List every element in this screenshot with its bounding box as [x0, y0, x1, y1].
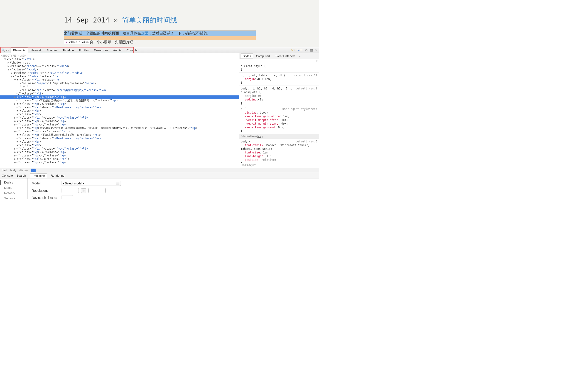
- tab-audits[interactable]: Audits: [111, 48, 124, 53]
- dom-line[interactable]: " » ": [0, 85, 239, 89]
- warning-badge[interactable]: ⚠2: [290, 48, 295, 52]
- styles-pane: Styles Computed Event Listeners » +⁞⁝ el…: [239, 53, 319, 168]
- dom-line[interactable]: ▶<">class="">p>…</">class="">p>: [0, 119, 239, 123]
- tab-profiles[interactable]: Profiles: [76, 48, 91, 53]
- p1-text-after: ，然后自己试了一下，确实挺不错的。: [148, 31, 211, 35]
- dom-line[interactable]: ▶<">class="">li ">class="">…</">class=""…: [0, 147, 239, 150]
- dom-line[interactable]: ▶<">class="">p>…</">class="">p>: [0, 95, 239, 99]
- drawer-tab-rendering[interactable]: Rendering: [51, 174, 65, 177]
- dom-line[interactable]: ▶<">class="">li ">class="">…</">class=""…: [0, 116, 239, 119]
- resolution-label: Resolution:: [32, 189, 59, 192]
- new-rule-icon[interactable]: +: [312, 60, 314, 63]
- styles-tab-listeners[interactable]: Event Listeners: [272, 53, 298, 59]
- dom-line[interactable]: <">class="">a ">href="">Read more...</">…: [0, 106, 239, 109]
- dom-line[interactable]: <">class="">br>: [0, 109, 239, 113]
- dom-line[interactable]: <!DOCTYPE html>: [0, 54, 239, 58]
- emu-side-network[interactable]: Network: [0, 190, 27, 196]
- styles-tab-computed[interactable]: Computed: [253, 53, 272, 59]
- inherited-header: Inherited from body: [239, 134, 319, 139]
- dom-line[interactable]: ▶<">class="">ol>…</">class="">ol>: [0, 130, 239, 133]
- breadcrumb: html body div.box p: [0, 168, 319, 173]
- dom-line[interactable]: <">class="">p>下面是自己做的一个小展示，先看图片吧: </">cl…: [0, 99, 239, 102]
- dom-line[interactable]: ▶<">class="">p>…</">class="">p>: [0, 150, 239, 154]
- dom-line[interactable]: ▶<">class="">p>…</">class="">p>: [0, 161, 239, 164]
- margin-overlay-bottom: [64, 36, 256, 40]
- drawer-tab-emulation[interactable]: Emulation: [30, 173, 47, 178]
- dom-line[interactable]: <">class="">br>: [0, 113, 239, 116]
- tab-console[interactable]: Console: [124, 48, 140, 53]
- bc-p[interactable]: p: [31, 169, 36, 172]
- rule-element-style[interactable]: element.style { }: [239, 63, 319, 73]
- dom-line[interactable]: ▶<">class="">ol>…</">class="">ol>: [0, 157, 239, 161]
- dom-line[interactable]: ▼<">class="">html>: [0, 58, 239, 61]
- toggle-state-icon[interactable]: ⁞⁝: [316, 60, 318, 63]
- dom-line[interactable]: ▼<">class="">div ">class="">: [0, 75, 239, 78]
- dom-line[interactable]: <">class="">br>: [0, 140, 239, 144]
- emu-side-sensors[interactable]: Sensors: [0, 196, 27, 199]
- rule-source[interactable]: default.css:6: [296, 140, 317, 143]
- dom-line[interactable]: <">class="">a ">href="">Read more...</">…: [0, 137, 239, 140]
- emu-side-device[interactable]: Device: [0, 180, 27, 185]
- drawer-tab-search[interactable]: Search: [17, 174, 26, 177]
- dom-line[interactable]: <">class="">a ">href="">简单美丽的时间线</">clas…: [0, 89, 239, 92]
- model-select[interactable]: <Select model>: [61, 181, 121, 186]
- rule-source[interactable]: default.css:1: [296, 87, 317, 90]
- dom-line[interactable]: <">class="">span>14 Sep 2014</">class=""…: [0, 82, 239, 85]
- close-icon[interactable]: ✕: [315, 48, 318, 52]
- bc-div-box[interactable]: div.box: [19, 169, 28, 172]
- dom-line[interactable]: ▼<">class="">li ">class="">: [0, 78, 239, 82]
- separator: »: [114, 16, 118, 24]
- more-tabs-icon[interactable]: »: [299, 54, 300, 58]
- devtools: 🔍 ▭ Elements Network Sources Timeline Pr…: [0, 47, 319, 199]
- css-rule[interactable]: default.css:21p, ul, ol, table, pre, dl …: [239, 73, 319, 86]
- drawer-tabs: Console Search Emulation Rendering: [0, 173, 319, 178]
- css-rule[interactable]: default.css:6body {font-family: Monaco, …: [239, 139, 319, 163]
- tooltip-times: ×: [77, 40, 82, 43]
- dom-line[interactable]: ▶<">class="">p>…</">class="">p>: [0, 123, 239, 126]
- resolution-height-input[interactable]: [88, 188, 106, 193]
- emulation-sidebar: Device Media Network Sensors: [0, 178, 27, 199]
- inherited-link[interactable]: body: [258, 135, 263, 138]
- dom-line[interactable]: </">class="">li>: [0, 92, 239, 95]
- dom-line[interactable]: <">class="">p>下面就来具体的实现以下吧! </">class=""…: [0, 133, 239, 137]
- tab-timeline[interactable]: Timeline: [60, 48, 77, 53]
- dom-tree[interactable]: <!DOCTYPE html> ▼<">class="">html> ▶#sha…: [0, 53, 239, 168]
- selector-text: element.style {: [241, 64, 317, 68]
- resolution-width-input[interactable]: [61, 188, 79, 193]
- css-rule[interactable]: user agent stylesheetp {display: block;-…: [239, 106, 319, 134]
- bc-html[interactable]: html: [2, 169, 7, 172]
- post-title-link[interactable]: 简单美丽的时间线: [122, 16, 177, 24]
- tab-elements[interactable]: Elements: [10, 48, 28, 53]
- dom-line[interactable]: ▶<">class="">p>…</">class="">p>: [0, 154, 239, 157]
- dom-line[interactable]: ▶<">class="">div ">id="">…</">class="">d…: [0, 71, 239, 75]
- dom-line[interactable]: ▶<">class="">p>…</">class="">p>: [0, 102, 239, 106]
- swap-dimensions-button[interactable]: ⇄: [81, 188, 86, 193]
- inspect-icon[interactable]: 🔍: [1, 48, 6, 52]
- styles-body[interactable]: +⁞⁝ element.style { } default.css:21p, u…: [239, 59, 319, 163]
- tab-resources[interactable]: Resources: [91, 48, 111, 53]
- dom-line[interactable]: <">class="">p>很简单是吧？我们可以用程序来模仿以上的步骤，这样就可…: [0, 126, 239, 130]
- emu-side-media[interactable]: Media: [0, 185, 27, 190]
- dom-line[interactable]: ▶<">class="">head>…</">class="">head>: [0, 65, 239, 68]
- devtools-toolbar: 🔍 ▭ Elements Network Sources Timeline Pr…: [0, 47, 319, 53]
- model-label: Model:: [32, 181, 59, 185]
- css-rule[interactable]: default.css:1body, h1, h2, h3, h4, h5, h…: [239, 86, 319, 106]
- dom-line[interactable]: ▶#shadow-root: [0, 61, 239, 65]
- device-mode-icon[interactable]: ▭: [6, 48, 10, 52]
- rule-source[interactable]: default.css:21: [294, 74, 317, 77]
- dom-line[interactable]: ▼<">class="">body>: [0, 68, 239, 71]
- p1-link[interactable]: 这里: [141, 31, 148, 35]
- dpr-input[interactable]: [61, 195, 73, 199]
- bc-body[interactable]: body: [10, 169, 16, 172]
- dock-icon[interactable]: ◫: [310, 48, 313, 52]
- styles-tab-styles[interactable]: Styles: [240, 53, 253, 59]
- settings-icon[interactable]: ⚙: [305, 48, 308, 52]
- dom-line[interactable]: <">class="">br>: [0, 144, 239, 147]
- find-in-styles[interactable]: Find in Styles: [239, 163, 319, 168]
- tab-sources[interactable]: Sources: [44, 48, 60, 53]
- show-drawer-icon[interactable]: ≻☰: [297, 48, 303, 52]
- tooltip-unit: px: [74, 40, 77, 43]
- tab-network[interactable]: Network: [28, 48, 44, 53]
- rule-source[interactable]: user agent stylesheet: [282, 107, 317, 111]
- drawer-tab-console[interactable]: Console: [2, 174, 13, 177]
